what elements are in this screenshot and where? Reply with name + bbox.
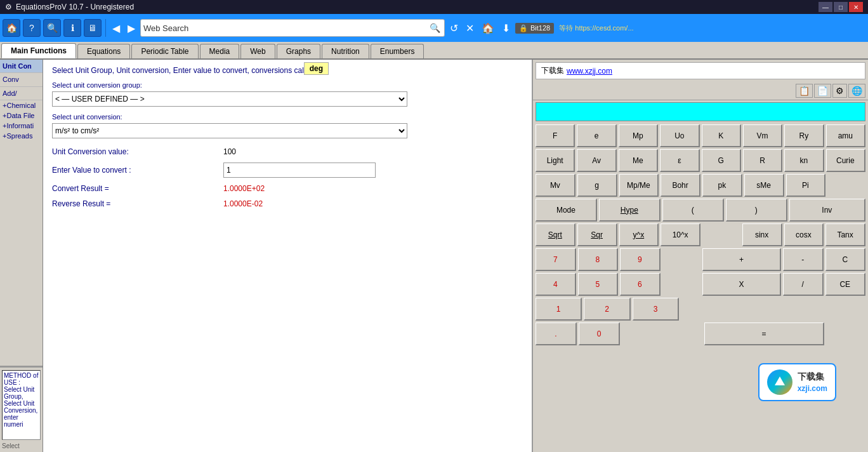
calc-btn-equals[interactable]: =	[704, 322, 824, 345]
calc-btn-C[interactable]: C	[825, 248, 866, 271]
calc-btn-open-paren[interactable]: (	[662, 199, 724, 222]
tab-main-functions[interactable]: Main Functions	[1, 43, 76, 58]
calc-btn-divide[interactable]: /	[783, 273, 824, 296]
calc-btn-Tanx[interactable]: Tanx	[825, 223, 865, 246]
calc-btn-e[interactable]: e	[577, 124, 616, 147]
tab-equations[interactable]: Equations	[77, 44, 130, 58]
tab-enumbers[interactable]: Enumbers	[371, 44, 424, 58]
calc-btn-plus[interactable]: +	[702, 248, 781, 271]
calc-btn-MpMe[interactable]: Mp/Me	[619, 174, 659, 197]
paste-btn[interactable]: 📄	[814, 84, 831, 98]
calc-btn-Sqr[interactable]: Sqr	[577, 223, 617, 246]
group-dropdown[interactable]: < — USER DEFINED — >	[52, 91, 407, 107]
calc-btn-6[interactable]: 6	[620, 273, 661, 296]
calc-btn-dot[interactable]: .	[536, 322, 577, 345]
calc-btn-10x[interactable]: 10^x	[661, 223, 700, 246]
calc-btn-0[interactable]: 0	[579, 322, 620, 345]
convert-label: Convert Result =	[52, 184, 217, 193]
info-button[interactable]: ℹ	[63, 19, 81, 37]
calc-btn-multiply[interactable]: X	[702, 273, 781, 296]
calc-btn-7[interactable]: 7	[536, 248, 576, 271]
browser-home-button[interactable]: 🏠	[479, 21, 497, 36]
calc-btn-R[interactable]: R	[743, 149, 782, 172]
calc-btn-cosx[interactable]: cosx	[784, 223, 824, 246]
calc-btn-F[interactable]: F	[536, 124, 575, 147]
security-badge: 🔒 Bit128	[515, 23, 554, 34]
calc-btn-Hype[interactable]: Hype	[599, 199, 661, 222]
search-button[interactable]: 🔍	[43, 19, 61, 37]
sidebar-item-unit-con[interactable]: Unit Con	[0, 60, 43, 73]
monitor-button[interactable]: 🖥	[84, 19, 102, 37]
deg-badge[interactable]: deg	[304, 62, 329, 75]
calc-btn-Bohr[interactable]: Bohr	[661, 174, 700, 197]
calc-btn-Av[interactable]: Av	[577, 149, 616, 172]
calc-btn-Inv[interactable]: Inv	[789, 199, 865, 222]
calc-btn-sinx[interactable]: sinx	[742, 223, 782, 246]
calc-btn-yx[interactable]: y^x	[619, 223, 659, 246]
search-input[interactable]	[143, 23, 426, 33]
sidebar-item-label: Data File	[6, 112, 34, 119]
calc-btn-G[interactable]: G	[702, 149, 741, 172]
refresh-button[interactable]: ↺	[447, 21, 461, 36]
enter-value-input[interactable]	[223, 163, 376, 178]
calc-btn-Me[interactable]: Me	[619, 149, 658, 172]
convert-result: 1.0000E+02	[223, 184, 265, 193]
calc-btn-Uo[interactable]: Uo	[660, 124, 699, 147]
calc-btn-Curie[interactable]: Curie	[826, 149, 865, 172]
calc-btn-Light[interactable]: Light	[536, 149, 575, 172]
calc-btn-amu[interactable]: amu	[826, 124, 865, 147]
calc-btn-3[interactable]: 3	[633, 298, 679, 321]
minimize-button[interactable]: —	[819, 2, 832, 12]
tab-web[interactable]: Web	[240, 44, 275, 58]
download-button[interactable]: ⬇	[499, 21, 513, 36]
calc-btn-1[interactable]: 1	[536, 298, 582, 321]
url-link[interactable]: www.xzjj.com	[567, 67, 612, 76]
conversion-dropdown[interactable]: m/s² to cm/s²	[52, 123, 407, 138]
calc-btn-kn[interactable]: kn	[784, 149, 824, 172]
app-icon: ⚙	[5, 3, 12, 11]
calc-btn-Pi[interactable]: Pi	[786, 174, 826, 197]
calc-btn-close-paren[interactable]: )	[726, 199, 787, 222]
sidebar-item-information[interactable]: + Informati	[0, 121, 43, 131]
calc-btn-5[interactable]: 5	[578, 273, 619, 296]
calc-btn-Mode[interactable]: Mode	[536, 199, 597, 222]
calc-btn-CE[interactable]: CE	[825, 273, 866, 296]
nav-forward-button[interactable]: ▶	[125, 21, 138, 36]
calc-row-8: 1 2 3	[536, 298, 865, 321]
tab-nutrition[interactable]: Nutrition	[322, 44, 369, 58]
calc-btn-Mv[interactable]: Mv	[536, 174, 575, 197]
sidebar-item-conv[interactable]: Conv	[0, 73, 43, 86]
calc-btn-2[interactable]: 2	[584, 298, 630, 321]
calc-btn-9[interactable]: 9	[620, 248, 661, 271]
sidebar-item-add[interactable]: Add/	[0, 87, 43, 100]
calc-btn-sMe[interactable]: sMe	[744, 174, 784, 197]
calc-btn-Sqrt[interactable]: Sqrt	[536, 223, 575, 246]
search-submit-icon[interactable]: 🔍	[428, 22, 442, 34]
tab-media[interactable]: Media	[200, 44, 240, 58]
calc-btn-minus[interactable]: -	[783, 248, 824, 271]
settings-btn[interactable]: ⚙	[832, 84, 847, 98]
calc-btn-Mp[interactable]: Mp	[619, 124, 658, 147]
globe-btn[interactable]: 🌐	[848, 84, 865, 98]
maximize-button[interactable]: □	[834, 2, 848, 12]
calc-btn-Vm[interactable]: Vm	[743, 124, 782, 147]
calc-btn-K[interactable]: K	[702, 124, 741, 147]
nav-back-button[interactable]: ◀	[110, 21, 122, 36]
tab-graphs[interactable]: Graphs	[277, 44, 320, 58]
calc-btn-epsilon[interactable]: ε	[660, 149, 699, 172]
main-toolbar: 🏠 ? 🔍 ℹ 🖥 ◀ ▶ 🔍 ↺ ✕ 🏠 ⬇ 🔒 Bit128 等待 http…	[0, 14, 868, 42]
sidebar-item-datafile[interactable]: + Data File	[0, 110, 43, 121]
stop-button[interactable]: ✕	[463, 21, 477, 36]
calc-btn-Ry[interactable]: Ry	[784, 124, 824, 147]
tab-periodic-table[interactable]: Periodic Table	[131, 44, 198, 58]
sidebar-item-chemical[interactable]: + Chemical	[0, 100, 43, 110]
copy-btn[interactable]: 📋	[796, 84, 813, 98]
calc-btn-8[interactable]: 8	[578, 248, 619, 271]
calc-btn-g[interactable]: g	[577, 174, 617, 197]
help-button[interactable]: ?	[23, 19, 41, 37]
home-icon-button[interactable]: 🏠	[3, 19, 20, 37]
close-button[interactable]: ✕	[849, 2, 863, 12]
calc-btn-pk[interactable]: pk	[702, 174, 742, 197]
sidebar-item-spreadsheets[interactable]: + Spreads	[0, 131, 43, 141]
calc-btn-4[interactable]: 4	[536, 273, 576, 296]
